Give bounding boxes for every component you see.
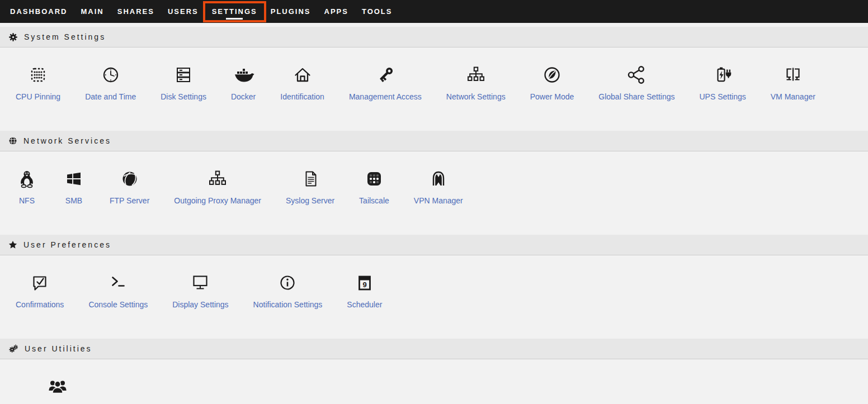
leaf-circle-icon bbox=[541, 63, 563, 86]
item-tailscale[interactable]: Tailscale bbox=[347, 167, 402, 205]
section-header-system-settings: System Settings bbox=[0, 27, 868, 47]
item-label: Disk Settings bbox=[161, 92, 206, 101]
item-label: CPU Pinning bbox=[16, 92, 60, 101]
item-management-access[interactable]: Management Access bbox=[337, 63, 434, 101]
item-network-settings[interactable]: Network Settings bbox=[434, 63, 518, 101]
item-display-settings[interactable]: Display Settings bbox=[160, 270, 240, 309]
globe-swirl-icon bbox=[119, 167, 141, 190]
sitemap-icon bbox=[206, 167, 229, 190]
item-label: Syslog Server bbox=[286, 196, 334, 205]
users-icon bbox=[45, 374, 70, 398]
item-vm-manager[interactable]: VM Manager bbox=[758, 63, 828, 101]
item-ups-settings[interactable]: UPS Settings bbox=[687, 63, 758, 101]
key-icon bbox=[374, 63, 397, 86]
section-title: System Settings bbox=[24, 32, 106, 41]
info-circle-icon bbox=[276, 270, 299, 294]
clock-icon bbox=[100, 63, 122, 86]
item-outgoing-proxy-manager[interactable]: Outgoing Proxy Manager bbox=[162, 167, 273, 205]
item-label: Notification Settings bbox=[253, 300, 323, 309]
item-label: Console Settings bbox=[88, 300, 148, 309]
comment-check-icon bbox=[29, 270, 51, 294]
item-label: Confirmations bbox=[16, 300, 64, 309]
item-global-share-settings[interactable]: Global Share Settings bbox=[586, 63, 687, 101]
item-smb[interactable]: SMB bbox=[50, 167, 97, 205]
gear-icon bbox=[8, 32, 18, 42]
docker-whale-icon bbox=[231, 63, 256, 86]
item-notification-settings[interactable]: Notification Settings bbox=[241, 270, 335, 309]
microchip-icon bbox=[27, 63, 49, 86]
item-label: Management Access bbox=[349, 92, 422, 101]
item-console-settings[interactable]: Console Settings bbox=[76, 270, 160, 309]
nav-item-settings-label: SETTINGS bbox=[212, 7, 257, 16]
item-confirmations[interactable]: Confirmations bbox=[3, 270, 76, 309]
monitor-icon bbox=[189, 270, 211, 294]
nav-item-apps[interactable]: APPS bbox=[318, 0, 355, 23]
star-icon bbox=[8, 240, 17, 249]
item-community-applications[interactable]: Community Applications bbox=[3, 374, 111, 404]
item-label: VPN Manager bbox=[414, 196, 463, 205]
vpn-hood-icon bbox=[427, 167, 450, 190]
svg-text:9: 9 bbox=[362, 281, 366, 289]
user-utilities-row: Community Applications bbox=[0, 359, 868, 404]
item-label: VM Manager bbox=[771, 92, 815, 101]
item-label: UPS Settings bbox=[699, 92, 746, 101]
battery-plug-icon bbox=[711, 63, 734, 86]
section-title: Network Services bbox=[23, 136, 111, 145]
nav-item-main[interactable]: MAIN bbox=[74, 0, 111, 23]
item-label: Display Settings bbox=[172, 300, 228, 309]
top-nav: DASHBOARD MAIN SHARES USERS SETTINGS PLU… bbox=[0, 0, 868, 23]
user-preferences-row: Confirmations Console Settings Display S… bbox=[0, 255, 868, 335]
item-label: Identification bbox=[280, 92, 324, 101]
share-nodes-icon bbox=[625, 63, 648, 86]
system-settings-row: CPU Pinning Date and Time Disk Settings bbox=[0, 47, 868, 127]
nav-item-settings[interactable]: SETTINGS bbox=[205, 0, 264, 23]
item-scheduler[interactable]: 9 Scheduler bbox=[334, 270, 394, 309]
sitemap-icon bbox=[465, 63, 487, 86]
item-vpn-manager[interactable]: VPN Manager bbox=[402, 167, 475, 205]
item-nfs[interactable]: NFS bbox=[3, 167, 50, 205]
nav-item-shares[interactable]: SHARES bbox=[111, 0, 161, 23]
item-ftp-server[interactable]: FTP Server bbox=[97, 167, 162, 205]
item-label: Date and Time bbox=[85, 92, 136, 101]
globe-icon bbox=[8, 136, 17, 145]
section-header-user-utilities: User Utilities bbox=[0, 339, 868, 359]
item-disk-settings[interactable]: Disk Settings bbox=[148, 63, 219, 101]
nav-item-users[interactable]: USERS bbox=[161, 0, 205, 23]
tux-icon bbox=[16, 167, 38, 190]
nav-item-tools[interactable]: TOOLS bbox=[355, 0, 399, 23]
item-label: SMB bbox=[65, 196, 82, 205]
windows-icon bbox=[63, 167, 85, 190]
network-services-row: NFS SMB FT bbox=[0, 151, 868, 231]
home-icon bbox=[291, 63, 314, 86]
section-title: User Preferences bbox=[23, 240, 111, 249]
item-identification[interactable]: Identification bbox=[268, 63, 337, 101]
item-date-and-time[interactable]: Date and Time bbox=[73, 63, 148, 101]
item-cpu-pinning[interactable]: CPU Pinning bbox=[3, 63, 73, 101]
nav-item-plugins[interactable]: PLUGINS bbox=[264, 0, 318, 23]
item-label: Network Settings bbox=[446, 92, 506, 101]
item-label: Global Share Settings bbox=[598, 92, 674, 101]
gears-icon bbox=[8, 344, 18, 353]
item-label: FTP Server bbox=[110, 196, 149, 205]
active-tab-underline bbox=[226, 18, 243, 20]
item-docker[interactable]: Docker bbox=[219, 63, 268, 101]
item-power-mode[interactable]: Power Mode bbox=[518, 63, 587, 101]
calendar-9-icon: 9 bbox=[353, 270, 376, 294]
file-lines-icon bbox=[299, 167, 322, 190]
tailscale-icon bbox=[363, 167, 385, 190]
item-label: NFS bbox=[19, 196, 35, 205]
server-stack-icon bbox=[172, 63, 195, 86]
section-title: User Utilities bbox=[25, 344, 92, 353]
terminal-icon bbox=[107, 270, 129, 294]
item-label: Scheduler bbox=[347, 300, 382, 309]
item-syslog-server[interactable]: Syslog Server bbox=[273, 167, 347, 205]
item-label: Docker bbox=[231, 92, 256, 101]
item-label: Outgoing Proxy Manager bbox=[174, 196, 261, 205]
section-header-user-preferences: User Preferences bbox=[0, 235, 868, 255]
nav-item-dashboard[interactable]: DASHBOARD bbox=[3, 0, 74, 23]
section-header-network-services: Network Services bbox=[0, 131, 868, 151]
item-label: Power Mode bbox=[530, 92, 574, 101]
item-label: Tailscale bbox=[359, 196, 389, 205]
vm-monitor-icon bbox=[782, 63, 804, 86]
